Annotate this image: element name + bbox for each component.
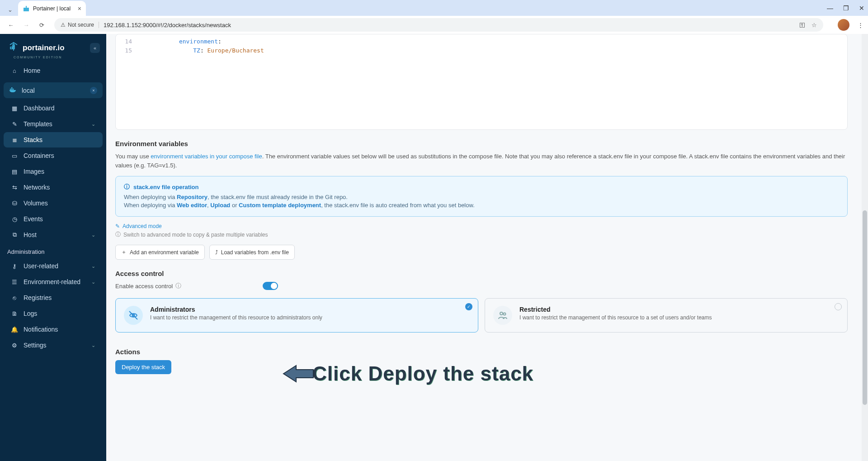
card-desc: I want to restrict the management of thi… bbox=[150, 314, 322, 321]
nav-icon: ⛁ bbox=[11, 200, 18, 207]
scrollbar-thumb[interactable] bbox=[863, 210, 867, 405]
nav-icon: 🗎 bbox=[11, 310, 18, 317]
logo-subtitle: COMMUNITY EDITION bbox=[14, 56, 106, 62]
actions-title: Actions bbox=[115, 348, 848, 356]
text: , the stack.env file must already reside… bbox=[208, 194, 348, 200]
svg-rect-1 bbox=[26, 6, 27, 8]
nav-icon: ▭ bbox=[11, 152, 18, 159]
sidebar-item-host[interactable]: ⧉Host⌄ bbox=[4, 227, 103, 242]
nav-label: Images bbox=[24, 168, 44, 175]
load-env-file-button[interactable]: ⤴ Load variables from .env file bbox=[209, 245, 295, 260]
sidebar-admin-item-environment-related[interactable]: ☰Environment-related⌄ bbox=[4, 274, 103, 290]
window-maximize-icon[interactable]: ❐ bbox=[843, 5, 849, 12]
env-name: local bbox=[22, 87, 35, 94]
chevron-down-icon: ⌄ bbox=[91, 279, 95, 285]
warning-icon: ⚠ bbox=[61, 22, 66, 28]
btn-label: Load variables from .env file bbox=[221, 249, 289, 256]
nav-icon: ▤ bbox=[11, 168, 18, 175]
nav-label: Settings bbox=[24, 342, 47, 349]
env-vars-doc-link[interactable]: environment variables in your compose fi… bbox=[151, 153, 262, 160]
env-selector[interactable]: local × bbox=[4, 82, 103, 98]
nav-icon: 🔔 bbox=[11, 326, 18, 333]
admin-section-label: Administration bbox=[0, 243, 106, 258]
security-badge[interactable]: ⚠ Not secure bbox=[61, 22, 99, 28]
help-icon[interactable]: ⓘ bbox=[175, 282, 181, 290]
deploy-stack-button[interactable]: Deploy the stack bbox=[115, 360, 171, 374]
access-option-restricted[interactable]: Restricted I want to restrict the manage… bbox=[485, 298, 848, 333]
security-label: Not secure bbox=[68, 22, 94, 28]
chevron-down-icon: ⌄ bbox=[91, 263, 95, 269]
svg-rect-8 bbox=[13, 89, 14, 90]
svg-rect-9 bbox=[11, 87, 13, 89]
info-small-icon: ⓘ bbox=[115, 231, 121, 238]
sidebar-item-containers[interactable]: ▭Containers bbox=[4, 148, 103, 163]
nav-label: Logs bbox=[24, 310, 37, 317]
label-text: Enable access control bbox=[115, 283, 173, 290]
address-bar[interactable]: ⚠ Not secure 192.168.1.152:9000/#!/2/doc… bbox=[54, 18, 823, 32]
docker-icon bbox=[9, 86, 17, 94]
tab-title: Portainer | local bbox=[33, 5, 75, 12]
nav-label: Containers bbox=[24, 152, 54, 159]
logo-text: portainer.io bbox=[23, 43, 65, 52]
advanced-mode-link[interactable]: ✎ Advanced mode bbox=[115, 223, 162, 229]
nav-icon: ≣ bbox=[11, 137, 18, 143]
svg-point-12 bbox=[504, 313, 506, 315]
plus-icon: ＋ bbox=[121, 248, 127, 256]
window-minimize-icon[interactable]: — bbox=[827, 5, 833, 12]
nav-label: Home bbox=[24, 67, 40, 74]
browser-tab[interactable]: Portainer | local × bbox=[18, 1, 86, 16]
bookmark-star-icon[interactable]: ☆ bbox=[811, 22, 817, 29]
card-title: Administrators bbox=[150, 306, 322, 313]
sidebar-item-dashboard[interactable]: ▦Dashboard bbox=[4, 100, 103, 116]
sidebar-admin-item-user-related[interactable]: ⚷User-related⌄ bbox=[4, 258, 103, 274]
window-close-icon[interactable]: ✕ bbox=[859, 5, 864, 12]
nav-forward-icon: → bbox=[20, 19, 33, 31]
env-vars-desc: You may use environment variables in you… bbox=[115, 152, 848, 170]
stack-env-info-box: ⓘ stack.env file operation When deployin… bbox=[115, 176, 848, 217]
sidebar-admin-item-logs[interactable]: 🗎Logs bbox=[4, 306, 103, 321]
sidebar-collapse-button[interactable]: « bbox=[90, 43, 100, 53]
info-title: stack.env file operation bbox=[133, 184, 199, 190]
text: or bbox=[230, 202, 239, 209]
env-close-icon[interactable]: × bbox=[90, 87, 97, 94]
eye-off-icon bbox=[124, 306, 143, 325]
text: Custom template deployment bbox=[239, 202, 321, 209]
password-key-icon[interactable]: ⚿ bbox=[799, 22, 805, 29]
nav-back-icon[interactable]: ← bbox=[5, 19, 17, 31]
nav-label: User-related bbox=[24, 262, 58, 270]
nav-label: Notifications bbox=[24, 326, 58, 333]
text: Upload bbox=[210, 202, 230, 209]
selected-check-icon: ✓ bbox=[465, 303, 472, 310]
sidebar-admin-item-notifications[interactable]: 🔔Notifications bbox=[4, 322, 103, 337]
svg-rect-3 bbox=[10, 47, 12, 49]
sidebar-item-templates[interactable]: ✎Templates⌄ bbox=[4, 116, 103, 132]
access-option-administrators[interactable]: Administrators I want to restrict the ma… bbox=[115, 298, 478, 333]
profile-avatar[interactable] bbox=[838, 19, 849, 31]
sidebar-item-volumes[interactable]: ⛁Volumes bbox=[4, 195, 103, 211]
tab-list-chevron[interactable]: ⌄ bbox=[4, 3, 16, 16]
sidebar-item-images[interactable]: ▤Images bbox=[4, 164, 103, 179]
access-control-toggle[interactable] bbox=[263, 282, 278, 290]
nav-reload-icon[interactable]: ⟳ bbox=[35, 19, 48, 31]
sidebar-item-networks[interactable]: ⇆Networks bbox=[4, 180, 103, 195]
sidebar-admin-item-settings[interactable]: ⚙Settings⌄ bbox=[4, 337, 103, 353]
add-env-var-button[interactable]: ＋ Add an environment variable bbox=[115, 245, 205, 260]
chevron-down-icon: ⌄ bbox=[91, 342, 95, 348]
editor-code-area[interactable]: environment: TZ: Europe/Bucharest bbox=[137, 34, 847, 129]
sidebar-item-home[interactable]: ⌂ Home bbox=[4, 63, 103, 78]
text: Repository bbox=[177, 194, 208, 200]
nav-icon: ▦ bbox=[11, 105, 18, 112]
nav-icon: ☰ bbox=[11, 279, 18, 285]
sidebar-item-stacks[interactable]: ≣Stacks bbox=[4, 132, 103, 147]
chevron-down-icon: ⌄ bbox=[91, 121, 95, 127]
scrollbar-track[interactable] bbox=[862, 34, 868, 461]
users-icon bbox=[493, 306, 512, 325]
nav-label: Events bbox=[24, 215, 43, 223]
svg-rect-7 bbox=[11, 89, 13, 90]
advanced-mode-hint: ⓘ Switch to advanced mode to copy & past… bbox=[115, 231, 848, 238]
sidebar-item-events[interactable]: ◷Events bbox=[4, 211, 103, 227]
tab-close-icon[interactable]: × bbox=[78, 5, 81, 12]
browser-menu-icon[interactable]: ⋮ bbox=[858, 22, 863, 29]
sidebar-admin-item-registries[interactable]: ⎋Registries bbox=[4, 290, 103, 305]
hint-text: Switch to advanced mode to copy & paste … bbox=[123, 232, 268, 238]
